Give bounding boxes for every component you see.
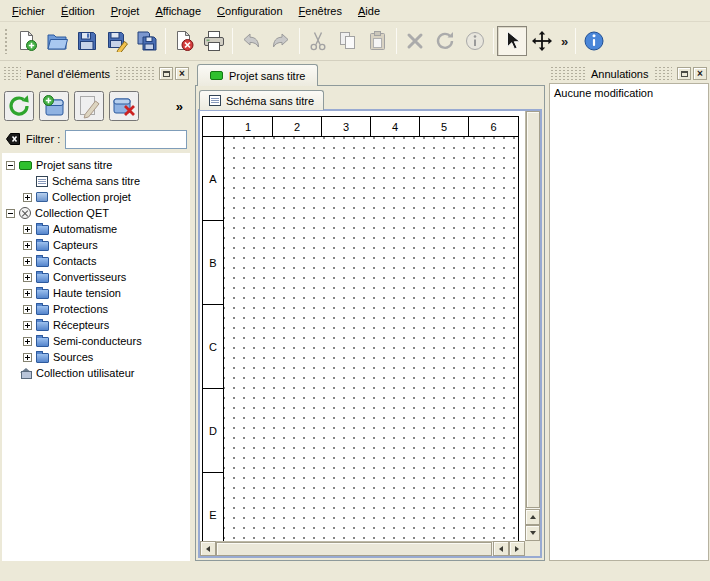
tree-item-semi-conducteurs[interactable]: Semi-conducteurs	[2, 333, 190, 349]
expand-expander-icon[interactable]	[23, 273, 32, 282]
tree-item-protections[interactable]: Protections	[2, 301, 190, 317]
tree-item-sources[interactable]: Sources	[2, 349, 190, 365]
tree-item-collection-qet[interactable]: Collection QET	[2, 205, 190, 221]
undo-dock: Annulations × Aucune modification	[547, 62, 710, 561]
tree-item-automatisme[interactable]: Automatisme	[2, 221, 190, 237]
expand-expander-icon[interactable]	[23, 321, 32, 330]
workspace: Panel d'éléments × » Filtrer : Projet sa…	[0, 62, 710, 561]
toolbar-drag-handle[interactable]	[4, 28, 9, 54]
new-document-button[interactable]	[12, 26, 42, 56]
undo-dock-titlebar[interactable]: Annulations ×	[550, 66, 707, 81]
reload-collections-button[interactable]	[4, 91, 34, 121]
tree-item-schema[interactable]: Schéma sans titre	[2, 173, 190, 189]
folder-icon	[36, 257, 49, 267]
expand-expander-icon[interactable]	[23, 193, 32, 202]
paste-button[interactable]	[363, 26, 393, 56]
menu-fichier[interactable]: Fichier	[4, 1, 53, 21]
tab-schema-sans-titre[interactable]: Schéma sans titre	[199, 90, 324, 110]
undo-button[interactable]	[236, 26, 266, 56]
tree-item-convertisseurs[interactable]: Convertisseurs	[2, 269, 190, 285]
scroll-left-button[interactable]	[200, 541, 216, 556]
close-dock-button[interactable]: ×	[693, 67, 707, 80]
save-all-icon	[136, 30, 158, 52]
horizontal-scrollbar[interactable]	[200, 541, 525, 556]
elements-panel-titlebar[interactable]: Panel d'éléments ×	[3, 66, 189, 81]
folder-icon	[36, 337, 49, 347]
scroll-left-button-2[interactable]	[493, 541, 509, 556]
tab-projet-sans-titre[interactable]: Projet sans titre	[197, 64, 318, 86]
clear-filter-button[interactable]	[5, 131, 21, 147]
expand-expander-icon[interactable]	[23, 305, 32, 314]
select-tool-button[interactable]	[497, 26, 527, 56]
save-as-button[interactable]	[102, 26, 132, 56]
delete-element-button[interactable]	[109, 91, 139, 121]
schema-tab-label: Schéma sans titre	[226, 95, 314, 107]
close-project-button[interactable]	[169, 26, 199, 56]
schema-canvas[interactable]: 1 2 3 4 5 6 A B C D	[200, 111, 525, 541]
scroll-up-button[interactable]	[525, 509, 540, 525]
menu-bar: Fichier Édition Projet Affichage Configu…	[0, 0, 710, 22]
new-document-icon	[16, 30, 38, 52]
tree-item-haute-tension[interactable]: Haute tension	[2, 285, 190, 301]
menu-configuration[interactable]: Configuration	[209, 1, 290, 21]
collapse-expander-icon[interactable]	[6, 161, 15, 170]
expand-expander-icon[interactable]	[23, 257, 32, 266]
vertical-scrollbar[interactable]	[525, 111, 540, 541]
project-tabbar: Projet sans titre	[195, 62, 545, 85]
edit-element-button[interactable]	[74, 91, 104, 121]
information-button[interactable]	[460, 26, 490, 56]
expand-expander-icon[interactable]	[23, 225, 32, 234]
delete-button[interactable]	[400, 26, 430, 56]
panel-toolbar-overflow-button[interactable]: »	[176, 99, 183, 114]
rotate-button[interactable]	[430, 26, 460, 56]
menu-fenetres[interactable]: Fenêtres	[291, 1, 350, 21]
toolbar-overflow-button[interactable]: »	[557, 34, 572, 49]
tree-item-recepteurs[interactable]: Récepteurs	[2, 317, 190, 333]
menu-affichage[interactable]: Affichage	[147, 1, 209, 21]
hscroll-thumb[interactable]	[216, 542, 492, 556]
tree-item-label: Schéma sans titre	[52, 175, 140, 187]
close-dock-button[interactable]: ×	[175, 67, 189, 80]
float-dock-button[interactable]	[159, 67, 173, 80]
about-button[interactable]	[579, 26, 609, 56]
tree-item-label: Collection utilisateur	[36, 367, 134, 379]
expand-expander-icon[interactable]	[23, 289, 32, 298]
cut-button[interactable]	[303, 26, 333, 56]
float-dock-button[interactable]	[677, 67, 691, 80]
expand-expander-icon[interactable]	[23, 353, 32, 362]
tree-item-capteurs[interactable]: Capteurs	[2, 237, 190, 253]
menu-aide[interactable]: Aide	[350, 1, 388, 21]
scrollbar-corner	[525, 541, 540, 556]
row-header-e: E	[203, 473, 223, 541]
dotted-grid[interactable]	[224, 137, 518, 541]
expand-expander-icon[interactable]	[23, 337, 32, 346]
dock-buttons: ×	[672, 67, 707, 80]
elements-panel-title: Panel d'éléments	[21, 67, 115, 81]
tree-item-collection-projet[interactable]: Collection projet	[2, 189, 190, 205]
expand-expander-icon[interactable]	[23, 241, 32, 250]
collections-tree[interactable]: Projet sans titre Schéma sans titre Coll…	[2, 153, 190, 561]
redo-button[interactable]	[266, 26, 296, 56]
print-button[interactable]	[199, 26, 229, 56]
new-element-button[interactable]	[39, 91, 69, 121]
menu-edition[interactable]: Édition	[53, 1, 103, 21]
copy-button[interactable]	[333, 26, 363, 56]
undo-history-list[interactable]: Aucune modification	[549, 83, 709, 561]
tree-item-collection-utilisateur[interactable]: Collection utilisateur	[2, 365, 190, 381]
save-all-button[interactable]	[132, 26, 162, 56]
open-project-button[interactable]	[42, 26, 72, 56]
filter-input[interactable]	[65, 130, 187, 149]
save-button[interactable]	[72, 26, 102, 56]
tree-item-project[interactable]: Projet sans titre	[2, 157, 190, 173]
arrow-right-icon	[515, 546, 519, 552]
menu-projet[interactable]: Projet	[103, 1, 148, 21]
vscroll-thumb[interactable]	[526, 111, 540, 508]
collapse-expander-icon[interactable]	[6, 209, 15, 218]
scroll-down-button[interactable]	[525, 525, 540, 541]
scroll-right-button[interactable]	[509, 541, 525, 556]
tree-item-label: Sources	[53, 351, 93, 363]
tree-item-contacts[interactable]: Contacts	[2, 253, 190, 269]
redo-icon	[270, 30, 292, 52]
move-tool-button[interactable]	[527, 26, 557, 56]
move-arrows-icon	[531, 30, 553, 52]
